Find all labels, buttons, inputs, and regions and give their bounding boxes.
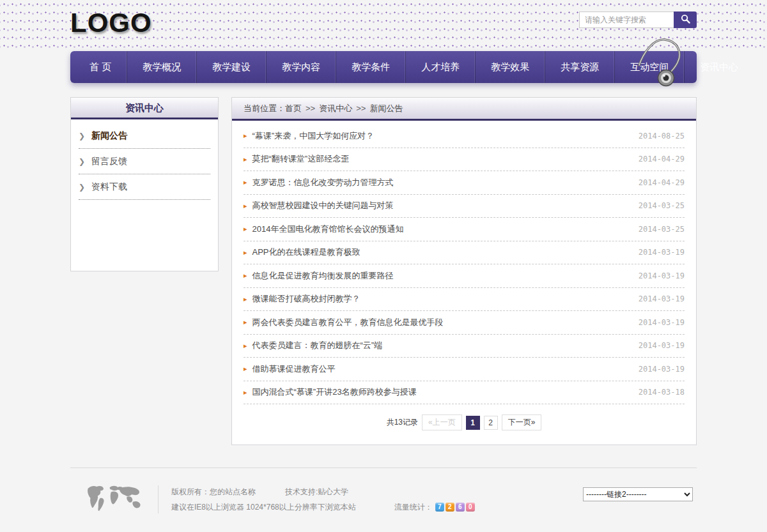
page-number-label: 2 <box>488 418 493 427</box>
news-row[interactable]: ▸ 高校智慧校园建设中的关键问题与对策 2014-03-25 <box>244 195 685 218</box>
nav-item[interactable]: 教学概况 <box>127 51 196 83</box>
breadcrumb-separator: >> <box>356 103 366 113</box>
counter-digit-value: 7 <box>438 499 442 515</box>
search-box <box>579 11 697 28</box>
nav-item[interactable]: 互动空间 <box>614 51 684 83</box>
nav-item-label: 教学条件 <box>352 61 390 73</box>
bullet-triangle-icon: ▸ <box>244 342 247 350</box>
news-title[interactable]: “幕课”来袭，中国大学如何应对？ <box>252 130 639 142</box>
news-row[interactable]: ▸ 借助慕课促进教育公平 2014-03-19 <box>244 358 685 381</box>
news-title[interactable]: 微课能否打破高校封闭教学？ <box>252 293 639 305</box>
bullet-triangle-icon: ▸ <box>244 271 247 280</box>
news-title[interactable]: 两会代表委员建言教育公平，教育信息化是最优手段 <box>252 317 639 328</box>
bullet-triangle-icon: ▸ <box>244 318 247 326</box>
news-title[interactable]: 高校智慧校园建设中的关键问题与对策 <box>252 200 639 211</box>
news-row[interactable]: ▸ “幕课”来袭，中国大学如何应对？ 2014-08-25 <box>244 125 685 148</box>
news-row[interactable]: ▸ 信息化是促进教育均衡发展的重要路径 2014-03-19 <box>244 264 685 288</box>
news-row[interactable]: ▸ 两会代表委员建言教育公平，教育信息化是最优手段 2014-03-19 <box>244 311 685 335</box>
browser-tip-text: 建议在IE8以上浏览器 1024*768以上分辨率下浏览本站 <box>171 499 356 515</box>
bullet-triangle-icon: ▸ <box>244 132 247 140</box>
copyright-text: 版权所有：您的站点名称 <box>171 484 256 499</box>
news-row[interactable]: ▸ APP化的在线课程是教育极致 2014-03-19 <box>244 241 685 265</box>
nav-item-label: 人才培养 <box>421 61 460 73</box>
breadcrumb-section[interactable]: 资讯中心 <box>319 103 352 114</box>
counter-digit-value: 6 <box>458 499 462 515</box>
bullet-triangle-icon: ▸ <box>244 365 247 373</box>
news-title[interactable]: 代表委员建言：教育的翅膀在“云”端 <box>252 340 639 351</box>
breadcrumb: 当前位置： 首页 >> 资讯中心 >> 新闻公告 <box>232 98 696 121</box>
sidebar-menu-item[interactable]: ❯ 资料下载 <box>79 174 210 200</box>
page-number-button[interactable]: 1 <box>466 416 480 430</box>
news-date: 2014-03-19 <box>639 365 685 374</box>
pagination-total: 共13记录 <box>387 417 418 428</box>
breadcrumb-home[interactable]: 首页 <box>285 103 302 114</box>
counter-digit: 0 <box>466 503 475 512</box>
counter-digit-value: 0 <box>469 499 472 515</box>
search-button[interactable] <box>674 11 697 28</box>
news-date: 2014-03-25 <box>639 201 685 210</box>
main-nav: 首 页 教学概况 教学建设 教学内容 教学条件 人才培养 教学效果 <box>70 51 697 83</box>
pagination: 共13记录 «上一页 1 2 下一页» <box>232 414 696 430</box>
bullet-triangle-icon: ▸ <box>244 388 247 397</box>
news-date: 2014-03-19 <box>639 318 685 327</box>
news-row[interactable]: ▸ 莫把“翻转课堂”这部经念歪 2014-04-29 <box>244 148 685 172</box>
news-title[interactable]: APP化的在线课程是教育极致 <box>252 247 639 258</box>
footer-divider <box>158 485 159 513</box>
sidebar-menu: ❯ 新闻公告 ❯ 留言反馈 ❯ 资料下载 <box>71 119 218 204</box>
friend-links-select[interactable]: --------链接2-------- <box>583 487 693 501</box>
news-list: ▸ “幕课”来袭，中国大学如何应对？ 2014-08-25 ▸ 莫把“翻转课堂”… <box>232 121 696 404</box>
nav-item[interactable]: 教学内容 <box>266 51 336 83</box>
next-page-button[interactable]: 下一页» <box>502 414 542 430</box>
footer: 版权所有：您的站点名称 技术支持:贴心大学 建议在IE8以上浏览器 1024*7… <box>70 467 697 517</box>
sidebar-title: 资讯中心 <box>71 98 218 119</box>
nav-item[interactable]: 教学建设 <box>196 51 266 83</box>
pagination-pages: 1 2 <box>466 416 498 430</box>
news-row[interactable]: ▸ 克罗诺思：信息化改变劳动力管理方式 2014-04-29 <box>244 171 685 195</box>
chevron-right-icon: ❯ <box>79 132 85 141</box>
news-title[interactable]: 借助慕课促进教育公平 <box>252 363 639 375</box>
sidebar-menu-item[interactable]: ❯ 留言反馈 <box>79 149 210 174</box>
page-number-button[interactable]: 2 <box>484 416 498 430</box>
news-title[interactable]: 2014年全国电化教育馆馆长会议的预通知 <box>252 224 639 235</box>
site-logo[interactable]: LOGO <box>70 6 152 40</box>
news-row[interactable]: ▸ 代表委员建言：教育的翅膀在“云”端 2014-03-19 <box>244 335 685 358</box>
news-date: 2014-03-19 <box>639 294 685 303</box>
bullet-triangle-icon: ▸ <box>244 202 247 210</box>
news-title[interactable]: 克罗诺思：信息化改变劳动力管理方式 <box>252 177 639 188</box>
world-map <box>84 482 145 517</box>
nav-item[interactable]: 共享资源 <box>545 51 614 83</box>
search-icon <box>681 14 690 26</box>
news-row[interactable]: ▸ 国内混合式“慕课”开讲23名教师跨校参与授课 2014-03-18 <box>244 381 685 405</box>
nav-item[interactable]: 资讯中心 <box>684 51 754 83</box>
news-row[interactable]: ▸ 微课能否打破高校封闭教学？ 2014-03-19 <box>244 288 685 312</box>
news-title[interactable]: 莫把“翻转课堂”这部经念歪 <box>252 153 639 165</box>
sidebar-item-label: 资料下载 <box>91 181 127 193</box>
news-row[interactable]: ▸ 2014年全国电化教育馆馆长会议的预通知 2014-03-25 <box>244 218 685 241</box>
sidebar-item-label: 留言反馈 <box>91 156 127 167</box>
sidebar-item-label: 新闻公告 <box>91 130 127 142</box>
prev-page-button: «上一页 <box>422 414 462 430</box>
news-title[interactable]: 信息化是促进教育均衡发展的重要路径 <box>252 270 639 282</box>
nav-item[interactable]: 教学效果 <box>475 51 545 83</box>
bullet-triangle-icon: ▸ <box>244 225 247 233</box>
search-input[interactable] <box>579 11 674 28</box>
sidebar-menu-item[interactable]: ❯ 新闻公告 <box>79 123 210 149</box>
nav-item-label: 共享资源 <box>561 61 599 73</box>
chevron-right-icon: ❯ <box>79 157 85 166</box>
bullet-triangle-icon: ▸ <box>244 155 247 163</box>
nav-item[interactable]: 人才培养 <box>405 51 475 83</box>
counter-digit: 6 <box>456 503 465 512</box>
counter-digit-value: 2 <box>448 499 452 515</box>
nav-item[interactable]: 教学条件 <box>336 51 405 83</box>
news-date: 2014-03-18 <box>639 388 685 397</box>
nav-item-label: 互动空间 <box>630 61 669 73</box>
nav-item-label: 资讯中心 <box>700 61 738 73</box>
breadcrumb-current: 新闻公告 <box>369 103 403 114</box>
nav-item[interactable]: 首 页 <box>74 51 127 83</box>
nav-item-label: 教学概况 <box>143 61 181 73</box>
news-title[interactable]: 国内混合式“慕课”开讲23名教师跨校参与授课 <box>252 386 639 398</box>
news-date: 2014-04-29 <box>639 155 685 163</box>
breadcrumb-separator: >> <box>306 103 315 113</box>
counter-digit: 7 <box>435 503 444 512</box>
news-date: 2014-03-19 <box>639 248 685 257</box>
